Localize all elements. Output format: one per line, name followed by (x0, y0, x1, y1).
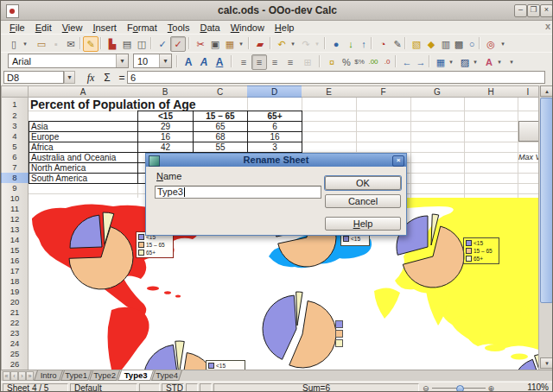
chevron-down-icon[interactable]: ▾ (64, 71, 75, 84)
redo-icon[interactable]: ↷ (298, 36, 314, 52)
column-header-g[interactable]: G (410, 85, 465, 98)
row-header-1[interactable]: 1 (1, 98, 29, 111)
zoom-level-field[interactable]: 110% (507, 383, 552, 392)
align-justify-icon[interactable]: ≡ (283, 54, 298, 70)
column-header-c[interactable]: C (193, 85, 248, 98)
merge-cells-icon[interactable]: ⊞ (300, 54, 315, 70)
page-style-field[interactable]: Default (70, 383, 137, 392)
next-sheet-icon[interactable]: › (18, 371, 26, 381)
navigator-icon[interactable]: ◆ (423, 36, 439, 52)
copy-icon[interactable]: ▣ (207, 36, 223, 52)
close-button[interactable]: × (540, 4, 553, 17)
dialog-close-icon[interactable]: × (392, 155, 404, 167)
sheet-tab-intro[interactable]: Intro (34, 370, 63, 381)
menu-format[interactable]: Format (122, 22, 162, 33)
zoom-icon[interactable]: ○ (464, 36, 480, 52)
sum-icon[interactable]: Σ (100, 71, 114, 85)
name-box[interactable]: D8 (3, 71, 64, 84)
menu-window[interactable]: Window (226, 22, 270, 33)
font-color-dropdown-icon[interactable]: ▾ (495, 54, 504, 70)
align-center-icon[interactable]: ≡ (251, 54, 267, 70)
scroll-up-icon[interactable]: ▴ (540, 85, 553, 97)
cut-icon[interactable]: ✂ (193, 36, 208, 52)
background-color-dropdown-icon[interactable]: ▾ (471, 54, 480, 70)
increase-indent-icon[interactable]: → (413, 54, 429, 70)
underline-button[interactable]: A (212, 54, 227, 70)
chevron-down-icon[interactable]: ▾ (159, 54, 171, 67)
spellcheck-icon[interactable]: ✓ (155, 36, 170, 52)
cell-value[interactable]: 3 (247, 142, 302, 153)
help-icon[interactable]: ◎ (483, 36, 499, 52)
open-icon[interactable]: ▭ (34, 36, 49, 52)
hyperlink-icon[interactable]: ● (328, 36, 344, 52)
vertical-scrollbar[interactable]: ▴ ▾ (538, 85, 553, 370)
draw-functions-icon[interactable]: ✎ (390, 36, 405, 52)
selection-mode-field[interactable]: STD (162, 383, 184, 392)
menu-insert[interactable]: Insert (87, 22, 122, 33)
borders-dropdown-icon[interactable]: ▾ (447, 54, 455, 70)
redo-dropdown-icon[interactable]: ▾ (313, 36, 321, 52)
font-name-combo[interactable]: Arial ▾ (8, 54, 129, 68)
sheet-name-input[interactable]: Type3 (155, 186, 321, 199)
zoom-track[interactable] (432, 388, 486, 389)
column-header-i[interactable]: I (518, 85, 539, 98)
undo-icon[interactable]: ↶ (274, 36, 289, 52)
save-icon[interactable]: ▪ (48, 36, 64, 52)
scroll-down-icon[interactable]: ▾ (540, 357, 553, 369)
print-icon[interactable]: ▤ (119, 36, 135, 52)
chevron-down-icon[interactable]: ▾ (116, 54, 128, 67)
insert-chart-icon[interactable]: ◔ (375, 36, 391, 52)
zoom-in-icon[interactable]: ⊕ (488, 384, 495, 392)
column-header-h[interactable]: H (464, 85, 518, 98)
italic-button[interactable]: A (196, 54, 212, 70)
format-paintbrush-icon[interactable]: ▰ (252, 36, 268, 52)
column-header-a[interactable]: A (29, 85, 138, 98)
help-button[interactable]: Help (325, 217, 401, 231)
sheet-tab-type2[interactable]: Type2 (89, 370, 120, 381)
paste-icon[interactable]: ▦ (222, 36, 238, 52)
page-preview-icon[interactable]: ◫ (134, 36, 149, 52)
column-header-b[interactable]: B (137, 85, 194, 98)
bold-button[interactable]: A (181, 54, 196, 70)
paste-dropdown-icon[interactable]: ▾ (237, 36, 245, 52)
cell-a1-title[interactable]: Percent of Population of Age (30, 98, 199, 110)
align-left-icon[interactable]: ≡ (236, 54, 251, 70)
sum-field[interactable]: Sum=6 (213, 383, 419, 392)
menu-edit[interactable]: Edit (30, 22, 57, 33)
auto-spellcheck-icon[interactable]: ✓ (170, 36, 186, 52)
minimize-button[interactable]: – (514, 4, 527, 17)
currency-icon[interactable]: ¤ (324, 54, 340, 70)
function-wizard-icon[interactable]: fx (84, 71, 98, 85)
cell-value[interactable]: 55 (193, 142, 248, 153)
select-all-corner[interactable] (1, 85, 29, 98)
zoom-slider[interactable]: ⊖ ⊕ (423, 383, 494, 392)
column-header-d[interactable]: D (247, 85, 302, 98)
sheet-tab-type3[interactable]: Type3 (118, 370, 154, 381)
email-icon[interactable]: ✉ (63, 36, 79, 52)
menu-data[interactable]: Data (194, 22, 225, 33)
delete-decimal-icon[interactable]: .0 (379, 54, 395, 70)
sheet-tab-type1[interactable]: Type1 (60, 370, 92, 381)
toolbar-overflow-icon[interactable]: ▾ (507, 54, 516, 70)
menu-help[interactable]: Help (270, 22, 300, 33)
first-sheet-icon[interactable]: « (3, 371, 10, 381)
last-sheet-icon[interactable]: » (26, 371, 34, 381)
menu-view[interactable]: View (57, 22, 88, 33)
gallery-icon[interactable]: ▧ (409, 36, 424, 52)
column-header-f[interactable]: F (356, 85, 411, 98)
zoom-knob[interactable] (456, 385, 464, 392)
new-dropdown-icon[interactable]: ▾ (21, 36, 29, 52)
close-document-icon[interactable]: x (545, 21, 550, 31)
new-document-icon[interactable]: ▯ (6, 36, 22, 52)
sort-descending-icon[interactable]: ↑ (356, 36, 372, 52)
cancel-button[interactable]: Cancel (325, 194, 401, 208)
sheet-tab-type4[interactable]: Type4 (151, 370, 182, 381)
toolbar-overflow-icon[interactable]: ▾ (499, 36, 507, 52)
align-right-icon[interactable]: ≡ (267, 54, 283, 70)
edit-file-icon[interactable]: ✎ (83, 36, 99, 52)
ok-button[interactable]: OK (325, 176, 401, 190)
vertical-scroll-thumb[interactable] (540, 98, 553, 303)
cell-region-name[interactable]: South America (29, 173, 138, 184)
formula-input[interactable]: 6 (127, 71, 545, 84)
maximize-button[interactable]: ❐ (527, 4, 540, 17)
